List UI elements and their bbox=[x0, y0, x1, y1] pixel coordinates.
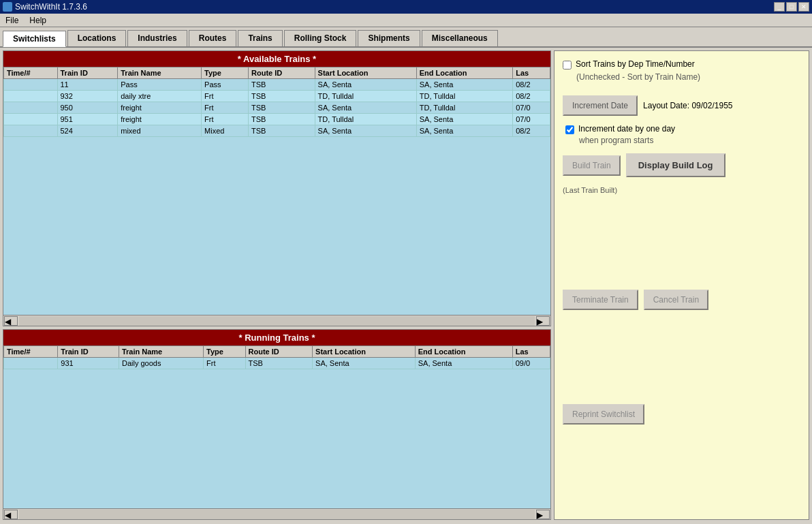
available-trains-section: * Available Trains * Time/# Train ID Tra… bbox=[3, 50, 551, 326]
table-row[interactable]: 950 freight Frt TSB SA, Senta TD, Tullda… bbox=[4, 102, 550, 114]
tab-locations[interactable]: Locations bbox=[67, 30, 127, 46]
cell-end: TD, Tulldal bbox=[416, 91, 512, 102]
cell-end: SA, Senta bbox=[416, 79, 512, 91]
cell-id: 524 bbox=[57, 125, 118, 137]
cell-type: Mixed bbox=[202, 125, 249, 137]
layout-date-value: 09/02/1955 bbox=[691, 101, 732, 110]
cell-route: TSB bbox=[249, 91, 315, 102]
close-button[interactable]: ✕ bbox=[798, 2, 809, 12]
display-build-log-button[interactable]: Display Build Log bbox=[626, 153, 725, 177]
col-end-location-r: End Location bbox=[415, 346, 512, 358]
cell-type-r: Frt bbox=[204, 358, 246, 369]
table-row[interactable]: 931 Daily goods Frt TSB SA, Senta SA, Se… bbox=[4, 358, 550, 369]
scrollbar-right-btn-r[interactable]: ▶ bbox=[536, 510, 550, 519]
available-trains-scrollbar[interactable]: ◀ ▶ bbox=[3, 315, 550, 326]
reprint-switchlist-button[interactable]: Reprint Switchlist bbox=[563, 404, 644, 425]
col-train-id: Train ID bbox=[57, 67, 118, 79]
increment-date-button[interactable]: Increment Date bbox=[563, 95, 638, 116]
available-trains-table-container: Time/# Train ID Train Name Type Route ID… bbox=[3, 67, 550, 315]
build-train-button[interactable]: Build Train bbox=[563, 155, 621, 176]
scrollbar-right-btn[interactable]: ▶ bbox=[536, 316, 550, 326]
cell-id: 950 bbox=[57, 102, 118, 114]
table-row[interactable]: 951 freight Frt TSB TD, Tulldal SA, Sent… bbox=[4, 114, 550, 125]
app-title: SwitchWithIt 1.7.3.6 bbox=[15, 2, 87, 12]
available-trains-body: 11 Pass Pass TSB SA, Senta SA, Senta 08/… bbox=[4, 79, 550, 137]
scrollbar-left-btn-r[interactable]: ◀ bbox=[4, 510, 18, 519]
maximize-button[interactable]: □ bbox=[786, 2, 797, 12]
tab-switchlists[interactable]: Switchlists bbox=[3, 31, 66, 47]
scrollbar-track-r[interactable] bbox=[19, 510, 535, 519]
build-train-row: Build Train Display Build Log bbox=[563, 153, 800, 177]
cell-time bbox=[4, 91, 58, 102]
table-row[interactable]: 524 mixed Mixed TSB SA, Senta SA, Senta … bbox=[4, 125, 550, 137]
cell-time bbox=[4, 114, 58, 125]
running-trains-header: * Running Trains * bbox=[3, 330, 550, 345]
cell-start: SA, Senta bbox=[315, 79, 416, 91]
help-menu[interactable]: Help bbox=[27, 16, 49, 25]
cell-las-r: 09/0 bbox=[512, 358, 550, 369]
terminate-train-button[interactable]: Terminate Train bbox=[563, 290, 638, 310]
cell-time-r bbox=[4, 358, 58, 369]
cell-route: TSB bbox=[249, 79, 315, 91]
layout-date-label: Layout Date: 09/02/1955 bbox=[643, 101, 732, 110]
spacer3 bbox=[563, 433, 800, 511]
tab-industries[interactable]: Industries bbox=[127, 30, 187, 46]
cell-id: 932 bbox=[57, 91, 118, 102]
title-bar: SwitchWithIt 1.7.3.6 _ □ ✕ bbox=[0, 0, 812, 14]
spacer bbox=[563, 203, 800, 281]
cell-name: freight bbox=[118, 114, 202, 125]
last-train-built: (Last Train Built) bbox=[563, 185, 800, 195]
running-trains-body: 931 Daily goods Frt TSB SA, Senta SA, Se… bbox=[4, 358, 550, 369]
increment-daily-checkbox[interactable] bbox=[565, 125, 574, 134]
tab-shipments[interactable]: Shipments bbox=[358, 30, 420, 46]
cell-name: daily xtre bbox=[118, 91, 202, 102]
col-route-id: Route ID bbox=[249, 67, 315, 79]
cell-end: SA, Senta bbox=[416, 114, 512, 125]
right-panel: Sort Trains by Dep Time/Number (Unchecke… bbox=[554, 50, 809, 520]
cell-route: TSB bbox=[249, 102, 315, 114]
table-row[interactable]: 932 daily xtre Frt TSB TD, Tulldal TD, T… bbox=[4, 91, 550, 102]
title-bar-left: SwitchWithIt 1.7.3.6 bbox=[3, 2, 87, 12]
cell-las: 07/0 bbox=[513, 114, 550, 125]
tab-miscellaneous[interactable]: Miscellaneous bbox=[422, 30, 498, 46]
cell-type: Frt bbox=[202, 114, 249, 125]
file-menu[interactable]: File bbox=[3, 16, 21, 25]
cell-start: SA, Senta bbox=[315, 102, 416, 114]
col-type-r: Type bbox=[204, 346, 246, 358]
tab-trains[interactable]: Trains bbox=[238, 30, 282, 46]
col-route-id-r: Route ID bbox=[245, 346, 313, 358]
tab-routes[interactable]: Routes bbox=[189, 30, 237, 46]
cell-name: freight bbox=[118, 102, 202, 114]
minimize-button[interactable]: _ bbox=[774, 2, 785, 12]
cell-id: 11 bbox=[57, 79, 118, 91]
cell-name: Pass bbox=[118, 79, 202, 91]
cell-las: 08/2 bbox=[513, 91, 550, 102]
scrollbar-track[interactable] bbox=[19, 316, 535, 326]
sort-checkbox-label[interactable]: Sort Trains by Dep Time/Number bbox=[576, 59, 695, 69]
left-panel: * Available Trains * Time/# Train ID Tra… bbox=[3, 50, 551, 520]
col-time: Time/# bbox=[4, 67, 58, 79]
cell-end-r: SA, Senta bbox=[415, 358, 512, 369]
tab-rolling-stock[interactable]: Rolling Stock bbox=[284, 30, 357, 46]
reprint-row: Reprint Switchlist bbox=[563, 404, 800, 425]
increment-daily-label[interactable]: Increment date by one day bbox=[578, 124, 675, 134]
cell-type: Frt bbox=[202, 102, 249, 114]
available-trains-header-row: Time/# Train ID Train Name Type Route ID… bbox=[4, 67, 550, 79]
col-start-location: Start Location bbox=[315, 67, 416, 79]
scrollbar-left-btn[interactable]: ◀ bbox=[4, 316, 18, 326]
col-start-location-r: Start Location bbox=[313, 346, 416, 358]
running-trains-scrollbar[interactable]: ◀ ▶ bbox=[3, 508, 550, 519]
cell-end: TD, Tulldal bbox=[416, 102, 512, 114]
running-trains-table: Time/# Train ID Train Name Type Route ID… bbox=[3, 345, 550, 369]
increment-date-row: Increment Date Layout Date: 09/02/1955 bbox=[563, 95, 800, 116]
table-row[interactable]: 11 Pass Pass TSB SA, Senta SA, Senta 08/… bbox=[4, 79, 550, 91]
running-trains-header-row: Time/# Train ID Train Name Type Route ID… bbox=[4, 346, 550, 358]
sort-checkbox[interactable] bbox=[563, 61, 572, 70]
terminate-cancel-row: Terminate Train Cancel Train bbox=[563, 290, 800, 310]
title-bar-controls: _ □ ✕ bbox=[774, 2, 809, 12]
cancel-train-button[interactable]: Cancel Train bbox=[644, 290, 708, 310]
increment-daily-hint: when program starts bbox=[565, 136, 800, 145]
col-train-name: Train Name bbox=[118, 67, 202, 79]
cell-time bbox=[4, 102, 58, 114]
cell-route: TSB bbox=[249, 114, 315, 125]
